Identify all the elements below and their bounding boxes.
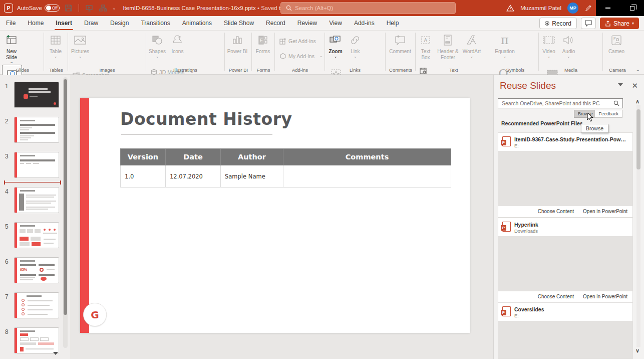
tab-home[interactable]: Home: [22, 17, 50, 30]
file-preview[interactable]: [498, 236, 632, 291]
collapse-ribbon-icon[interactable]: ⌄: [636, 67, 640, 72]
panel-scroll-thumb[interactable]: [636, 109, 640, 169]
user-name[interactable]: Muzammil Patel: [520, 5, 561, 11]
restore-button[interactable]: [620, 0, 644, 16]
file-name[interactable]: ItemID-9367-Case-Study-Presentation-Powe…: [514, 136, 628, 142]
wordart-button[interactable]: WordArt⌄: [461, 31, 482, 65]
powerpoint-file-icon: [502, 222, 511, 232]
header-footer-button[interactable]: Header & Footer: [437, 31, 459, 65]
zoom-button[interactable]: Zoom⌄: [326, 31, 345, 65]
workarea: 1 2 3: [0, 75, 644, 359]
tab-design[interactable]: Design: [104, 17, 135, 30]
wordart-icon: [465, 33, 478, 47]
tab-review[interactable]: Review: [291, 17, 323, 30]
tab-insert[interactable]: Insert: [50, 17, 78, 30]
autosave-switch-icon[interactable]: Off: [45, 5, 60, 12]
choose-content-link[interactable]: Choose Content: [538, 294, 574, 299]
group-label-slides: Slides: [2, 67, 43, 73]
ribbon: New Slide⌄ Reuse Slides Slides Table⌄ Ta…: [0, 31, 644, 75]
avatar[interactable]: MP: [567, 3, 578, 14]
file-preview[interactable]: [498, 321, 632, 359]
panel-search-input[interactable]: [498, 100, 613, 106]
panel-search-box[interactable]: [498, 98, 623, 108]
panel-scrollbar[interactable]: ∧ ∨: [635, 98, 642, 354]
tab-add-ins[interactable]: Add-ins: [348, 17, 381, 30]
panel-scroll-down-icon[interactable]: ∨: [635, 347, 639, 354]
tab-view[interactable]: View: [323, 17, 348, 30]
audio-button[interactable]: Audio⌄: [560, 31, 577, 65]
shapes-button[interactable]: Shapes⌄: [147, 31, 167, 65]
search-input[interactable]: [295, 5, 435, 11]
open-in-powerpoint-link[interactable]: Open in PowerPoint: [583, 209, 627, 214]
cameo-button[interactable]: P Cameo: [604, 31, 629, 65]
slide-accent-bar: [80, 98, 89, 333]
file-preview[interactable]: [498, 151, 632, 206]
file-name[interactable]: Coverslides: [514, 306, 628, 312]
panel-menu-icon[interactable]: [618, 83, 623, 86]
file-location: E:: [514, 143, 628, 148]
current-slide[interactable]: Document History Version Date Author Com…: [80, 98, 470, 333]
ribbon-group-tables: Table⌄ Tables: [45, 31, 67, 74]
tab-help[interactable]: Help: [381, 17, 405, 30]
record-button[interactable]: Record: [539, 18, 577, 29]
slide-editor-canvas[interactable]: Document History Version Date Author Com…: [70, 75, 485, 359]
text-box-button[interactable]: A Text Box: [417, 31, 435, 65]
file-name[interactable]: Hyperlink: [514, 222, 628, 228]
open-in-powerpoint-link[interactable]: Open in PowerPoint: [583, 294, 627, 299]
power-bi-button[interactable]: Power BI: [226, 31, 249, 65]
save-icon[interactable]: [64, 4, 74, 13]
document-history-table[interactable]: Version Date Author Comments 1.0 12.07.2…: [120, 148, 451, 188]
share-button[interactable]: Share▾: [600, 18, 639, 29]
file-card-3: Coverslides E:: [498, 302, 633, 359]
group-label-images: Images: [69, 67, 145, 73]
quick-access-more-icon[interactable]: ⌄: [112, 6, 116, 11]
svg-text:A: A: [424, 38, 428, 43]
tab-transitions[interactable]: Transitions: [135, 17, 176, 30]
tab-record[interactable]: Record: [260, 17, 291, 30]
pictures-button[interactable]: Pictures⌄: [69, 31, 91, 65]
ribbon-group-images: Pictures⌄ Screenshot⌄ Photo Album⌄ Image…: [69, 31, 145, 74]
header-author: Author: [221, 149, 283, 165]
cell-author: Sample Name: [221, 165, 283, 188]
icons-button[interactable]: Icons: [169, 31, 185, 65]
file-card-1: ItemID-9367-Case-Study-Presentation-Powe…: [498, 132, 633, 218]
titlebar-search[interactable]: [280, 2, 456, 14]
link-button[interactable]: Link⌄: [347, 31, 363, 65]
comment-bubble-icon: [585, 20, 592, 27]
table-row: 1.0 12.07.2020 Sample Name: [121, 165, 451, 188]
get-add-ins-button[interactable]: Get Add-ins: [278, 36, 325, 46]
new-slide-button[interactable]: New Slide⌄: [2, 31, 21, 65]
thumbnail-scroll-down-icon[interactable]: [53, 352, 58, 355]
warning-icon[interactable]: [506, 5, 514, 12]
panel-scroll-up-icon[interactable]: ∧: [635, 98, 639, 105]
minimize-button[interactable]: [596, 0, 620, 16]
file-location: Downloads: [514, 228, 628, 234]
forms-button[interactable]: F Forms: [253, 31, 273, 65]
org-chart-icon[interactable]: [98, 4, 108, 13]
ribbon-group-illustrations: Shapes⌄ Icons 3D Models⌄ SmartArt Chart …: [147, 31, 223, 74]
comments-button[interactable]: [581, 18, 596, 29]
choose-content-link[interactable]: Choose Content: [538, 209, 574, 214]
close-icon[interactable]: ✕: [631, 81, 638, 90]
thumbnail-scrollbar[interactable]: [63, 77, 68, 348]
tab-draw[interactable]: Draw: [78, 17, 104, 30]
autosave-toggle[interactable]: AutoSave Off: [17, 5, 60, 12]
new-comment-icon: [394, 33, 407, 47]
powerpoint-app-icon[interactable]: P: [4, 4, 13, 13]
tab-slide-show[interactable]: Slide Show: [218, 17, 260, 30]
start-slideshow-icon[interactable]: [84, 4, 94, 13]
ribbon-group-camera: P Cameo Camera: [604, 31, 631, 74]
tab-animations[interactable]: Animations: [176, 17, 218, 30]
equation-button[interactable]: π Equation⌄: [493, 31, 516, 65]
table-button[interactable]: Table⌄: [45, 31, 66, 65]
group-label-illustrations: Illustrations: [147, 67, 223, 73]
my-add-ins-button[interactable]: My Add-ins⌄: [278, 51, 325, 61]
tab-file[interactable]: File: [0, 17, 22, 30]
new-comment-button[interactable]: Comment: [387, 31, 414, 65]
pen-mode-icon[interactable]: [584, 5, 592, 12]
feedback-button[interactable]: Feedback: [594, 110, 622, 118]
video-button[interactable]: Video⌄: [540, 31, 558, 65]
slide-insertion-indicator: [4, 182, 61, 183]
slide-title[interactable]: Document History: [120, 109, 292, 129]
svg-text:F: F: [260, 38, 263, 43]
